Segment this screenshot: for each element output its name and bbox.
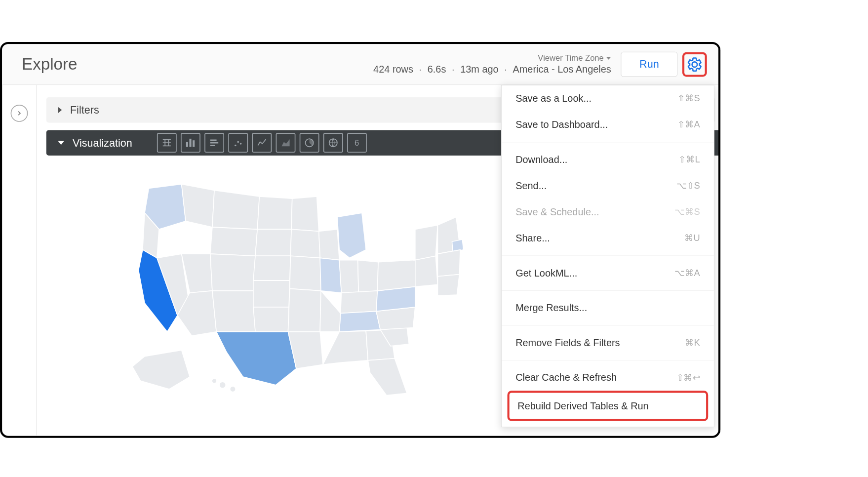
viz-column-icon[interactable] (181, 133, 200, 153)
menu-clear-cache-refresh[interactable]: Clear Cache & Refresh ⇧⌘↩ (502, 364, 714, 391)
menu-save-schedule: Save & Schedule... ⌥⌘S (502, 199, 714, 225)
menu-divider (502, 360, 714, 360)
svg-point-1 (237, 141, 239, 143)
state-mi[interactable] (337, 213, 366, 258)
viz-type-icons: 6 (157, 133, 366, 153)
menu-share[interactable]: Share... ⌘U (502, 225, 714, 251)
state-hi-2[interactable] (219, 382, 226, 388)
viz-pie-icon[interactable] (299, 133, 319, 153)
state-hi-1[interactable] (212, 378, 217, 383)
viz-map-icon[interactable] (323, 133, 343, 153)
viz-scatter-icon[interactable] (228, 133, 248, 153)
menu-save-to-dashboard[interactable]: Save to Dashboard... ⇧⌘A (502, 112, 714, 138)
viz-single-value-icon[interactable]: 6 (347, 133, 367, 153)
settings-dropdown-menu: Save as a Look... ⇧⌘S Save to Dashboard.… (501, 85, 714, 427)
visualization-label: Visualization (73, 136, 132, 149)
state-mo[interactable] (290, 256, 321, 291)
menu-remove-fields-filters[interactable]: Remove Fields & Filters ⌘K (502, 330, 714, 356)
query-duration: 6.6s (428, 64, 446, 75)
state-in[interactable] (339, 260, 358, 293)
state-nj-ct[interactable] (437, 250, 460, 277)
state-mt[interactable] (212, 190, 259, 229)
state-ne[interactable] (253, 256, 291, 280)
state-co[interactable] (210, 254, 255, 291)
row-count: 424 rows (373, 64, 413, 75)
menu-divider (502, 290, 714, 291)
state-hi-3[interactable] (230, 386, 236, 392)
menu-divider (502, 325, 714, 326)
menu-divider (502, 255, 714, 256)
state-ms-region[interactable] (320, 291, 341, 332)
state-ks[interactable] (253, 280, 290, 307)
state-tn[interactable] (339, 311, 380, 332)
menu-merge-results[interactable]: Merge Results... (502, 295, 714, 321)
state-wy[interactable] (210, 227, 257, 256)
menu-send[interactable]: Send... ⌥⇧S (502, 173, 714, 199)
expand-panel-button[interactable] (10, 105, 28, 122)
viz-table-icon[interactable] (157, 133, 176, 153)
app-frame: Explore Viewer Time Zone 424 rows · 6.6s… (0, 42, 720, 438)
state-il[interactable] (320, 258, 341, 293)
query-age: 13m ago (460, 64, 499, 75)
state-pa[interactable] (415, 256, 438, 286)
state-ny[interactable] (415, 225, 438, 260)
state-ia[interactable] (290, 229, 320, 258)
header-stats: Viewer Time Zone 424 rows · 6.6s · 13m a… (373, 53, 611, 75)
state-mn[interactable] (291, 197, 319, 232)
left-rail (2, 85, 37, 436)
svg-point-2 (239, 143, 241, 145)
us-map-svg (120, 168, 480, 398)
timezone-selector[interactable]: Viewer Time Zone (538, 53, 611, 63)
state-id[interactable] (182, 184, 214, 227)
state-ms-al[interactable] (323, 331, 368, 364)
state-oh[interactable] (358, 260, 379, 293)
state-wv-pa[interactable] (377, 260, 415, 291)
chevron-right-icon (15, 110, 23, 117)
state-ky[interactable] (341, 291, 378, 314)
caret-down-icon (58, 141, 64, 145)
chevron-down-icon (606, 57, 611, 60)
menu-highlighted-box: Rebuild Derived Tables & Run (508, 391, 709, 421)
viz-bar-icon[interactable] (204, 133, 224, 153)
state-wi[interactable] (319, 229, 340, 260)
menu-save-as-look[interactable]: Save as a Look... ⇧⌘S (502, 85, 714, 112)
page-title: Explore (22, 55, 78, 74)
state-ar[interactable] (288, 289, 320, 332)
top-bar: Explore Viewer Time Zone 424 rows · 6.6s… (2, 44, 718, 85)
viz-area-icon[interactable] (276, 133, 295, 153)
gear-icon (687, 56, 703, 72)
state-tx[interactable] (216, 332, 296, 385)
state-sd[interactable] (255, 229, 291, 256)
menu-divider (502, 142, 714, 143)
viz-line-icon[interactable] (252, 133, 272, 153)
menu-get-lookml[interactable]: Get LookML... ⌥⌘A (502, 260, 714, 286)
caret-right-icon (58, 107, 62, 113)
state-ok[interactable] (253, 307, 289, 332)
state-nd[interactable] (257, 197, 292, 229)
menu-download[interactable]: Download... ⇧⌘L (502, 147, 714, 173)
timezone-value: America - Los Angeles (513, 64, 611, 75)
state-nm[interactable] (212, 291, 255, 332)
settings-gear-button[interactable] (682, 52, 707, 77)
state-fl[interactable] (368, 358, 407, 396)
timezone-label: Viewer Time Zone (538, 53, 603, 63)
menu-rebuild-derived-tables-run[interactable]: Rebuild Derived Tables & Run (510, 393, 706, 419)
state-md-de[interactable] (437, 275, 459, 296)
svg-point-0 (235, 145, 237, 147)
filters-label: Filters (70, 104, 99, 117)
state-ak[interactable] (132, 350, 190, 389)
run-button[interactable]: Run (621, 52, 677, 77)
